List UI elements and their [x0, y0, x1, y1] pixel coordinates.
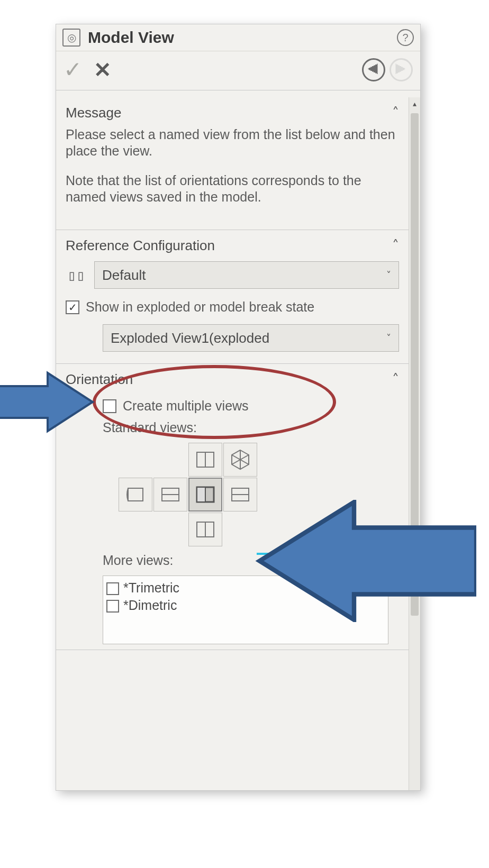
more-view-item[interactable]: *Dimetric	[106, 597, 385, 614]
chevron-down-icon: ˅	[386, 269, 391, 281]
panel-action-row: ✓ ✕ ⯇ ⯈	[56, 51, 420, 90]
create-multiple-label: Create multiple views	[123, 398, 249, 414]
scroll-thumb[interactable]	[411, 113, 419, 616]
model-view-panel: ◎ Model View ? ✓ ✕ ⯇ ⯈ ▴ Message ˄ Pleas…	[56, 24, 421, 791]
orientation-section: Orientation ˄ Create multiple views Stan…	[56, 364, 409, 650]
more-views-label: More views:	[103, 553, 399, 568]
refconfig-header-label: Reference Configuration	[66, 237, 392, 254]
chevron-down-icon: ˅	[386, 332, 391, 344]
collapse-icon[interactable]: ˄	[392, 371, 399, 388]
message-header-label: Message	[66, 105, 392, 121]
more-views-list[interactable]: *Trimetric *Dimetric	[103, 575, 388, 644]
refconfig-header-row[interactable]: Reference Configuration ˄	[66, 237, 399, 254]
show-exploded-checkbox[interactable]	[66, 300, 79, 314]
more-view-item[interactable]: *Trimetric	[106, 579, 385, 597]
isometric-view-button[interactable]	[223, 443, 257, 477]
message-header-row[interactable]: Message ˄	[66, 105, 399, 121]
nav-back-button[interactable]: ⯇	[362, 58, 385, 81]
configuration-dropdown[interactable]: Default ˅	[94, 261, 399, 289]
collapse-icon[interactable]: ˄	[392, 105, 399, 121]
standard-views-label: Standard views:	[103, 420, 399, 435]
orientation-header-label: Orientation	[66, 371, 392, 388]
more-view-checkbox[interactable]	[106, 582, 119, 595]
front-view-button[interactable]	[188, 478, 222, 511]
panel-title-row: ◎ Model View ?	[56, 24, 420, 51]
ok-checkmark-icon[interactable]: ✓	[64, 57, 82, 83]
message-section: Message ˄ Please select a named view fro…	[56, 97, 409, 230]
scroll-up-icon[interactable]: ▴	[409, 97, 420, 110]
more-view-checkbox[interactable]	[106, 600, 119, 613]
svg-rect-9	[197, 487, 205, 502]
more-view-label: *Dimetric	[123, 598, 177, 613]
orientation-header-row[interactable]: Orientation ˄	[66, 371, 399, 388]
scroll-area: Message ˄ Please select a named view fro…	[56, 97, 409, 790]
configuration-icon: ▯▯	[66, 267, 87, 284]
create-multiple-checkbox[interactable]	[103, 399, 116, 413]
scrollbar[interactable]: ▴	[409, 97, 420, 790]
collapse-icon[interactable]: ˄	[392, 237, 399, 254]
more-view-label: *Trimetric	[123, 580, 179, 596]
top-view-button[interactable]	[188, 443, 222, 477]
message-paragraph-2: Note that the list of orientations corre…	[66, 172, 399, 206]
right-view-button[interactable]	[223, 478, 257, 511]
nav-forward-button: ⯈	[390, 58, 413, 81]
show-exploded-label: Show in exploded or model break state	[86, 299, 314, 315]
panel-title: Model View	[88, 29, 397, 47]
standard-views-grid	[119, 443, 399, 546]
configuration-dropdown-row: ▯▯ Default ˅	[66, 261, 399, 289]
back-view-button[interactable]	[119, 478, 152, 511]
message-body: Please select a named view from the list…	[66, 126, 399, 205]
configuration-selected: Default	[102, 267, 386, 284]
help-icon[interactable]: ?	[397, 29, 414, 46]
annotation-cyan-line	[257, 553, 458, 555]
exploded-view-selected: Exploded View1(exploded	[111, 330, 386, 346]
left-view-button[interactable]	[153, 478, 187, 511]
exploded-view-dropdown[interactable]: Exploded View1(exploded ˅	[103, 324, 399, 352]
create-multiple-views-row[interactable]: Create multiple views	[103, 398, 399, 414]
model-view-icon: ◎	[62, 29, 80, 47]
show-exploded-checkbox-row[interactable]: Show in exploded or model break state	[66, 299, 399, 315]
cancel-x-icon[interactable]: ✕	[94, 58, 112, 82]
message-paragraph-1: Please select a named view from the list…	[66, 126, 399, 160]
bottom-view-button[interactable]	[188, 513, 222, 546]
reference-configuration-section: Reference Configuration ˄ ▯▯ Default ˅ S…	[56, 230, 409, 364]
